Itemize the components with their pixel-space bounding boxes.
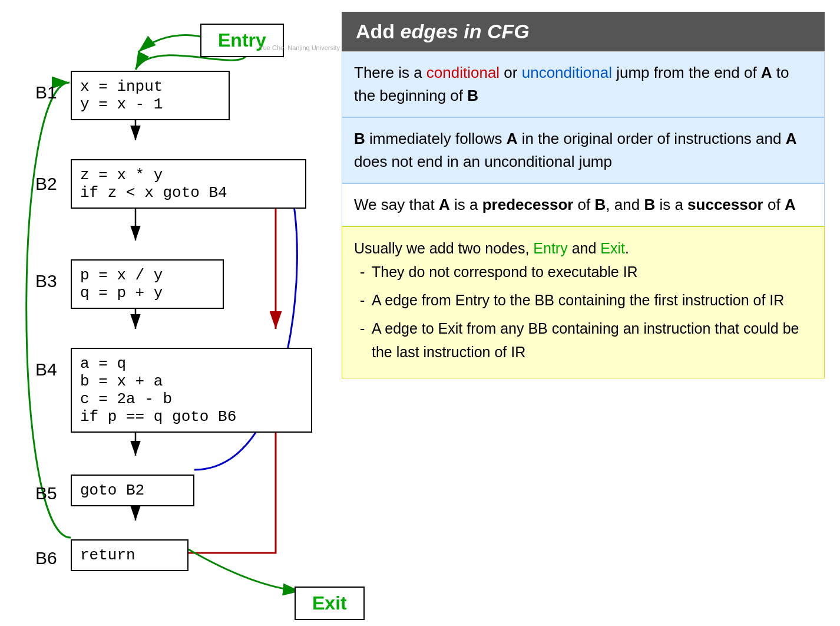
- bullet-1: They do not correspond to executable IR: [360, 260, 812, 284]
- exit-node: Exit: [295, 587, 365, 620]
- bullet-3: A edge to Exit from any BB containing an…: [360, 317, 812, 364]
- entry-node: Entry: [200, 24, 284, 57]
- b1-label: B1: [35, 83, 57, 103]
- rule1-conditional: conditional: [426, 64, 500, 81]
- b5-label: B5: [35, 483, 57, 503]
- rule1-unconditional: unconditional: [522, 64, 612, 81]
- cfg-diagram: Entry B1 x = inputy = x - 1 B2 z = x * y…: [35, 18, 330, 595]
- rule-3: We say that A is a predecessor of B, and…: [342, 183, 825, 226]
- b4-block: a = qb = x + ac = 2a - bif p == q goto B…: [71, 348, 312, 433]
- b3-label: B3: [35, 271, 57, 291]
- b4-label: B4: [35, 360, 57, 380]
- exit-label: Exit: [312, 592, 347, 614]
- b2-block: z = x * yif z < x goto B4: [71, 159, 306, 209]
- entry-word: Entry: [533, 240, 567, 256]
- slide: Entry B1 x = inputy = x - 1 B2 z = x * y…: [0, 0, 840, 626]
- b6-block: return: [71, 539, 188, 571]
- right-panel: Add edges in CFG There is a conditional …: [342, 12, 825, 378]
- b5-block: goto B2: [71, 475, 194, 506]
- rule-1: There is a conditional or unconditional …: [342, 51, 825, 117]
- rule-2: B immediately follows A in the original …: [342, 117, 825, 183]
- b1-block: x = inputy = x - 1: [71, 71, 230, 120]
- entry-exit-panel: Usually we add two nodes, Entry and Exit…: [342, 226, 825, 378]
- cfg-header-text: Add edges in CFG: [356, 20, 530, 42]
- watermark: Yue Che, Nanjing University: [259, 44, 340, 51]
- entry-exit-list: They do not correspond to executable IR …: [360, 260, 812, 364]
- b6-label: B6: [35, 548, 57, 568]
- entry-exit-intro: Usually we add two nodes, Entry and Exit…: [354, 236, 812, 260]
- bullet-2: A edge from Entry to the BB containing t…: [360, 288, 812, 312]
- exit-word: Exit: [600, 240, 625, 256]
- b3-block: p = x / yq = p + y: [71, 259, 224, 309]
- b2-label: B2: [35, 174, 57, 194]
- cfg-header: Add edges in CFG: [342, 12, 825, 51]
